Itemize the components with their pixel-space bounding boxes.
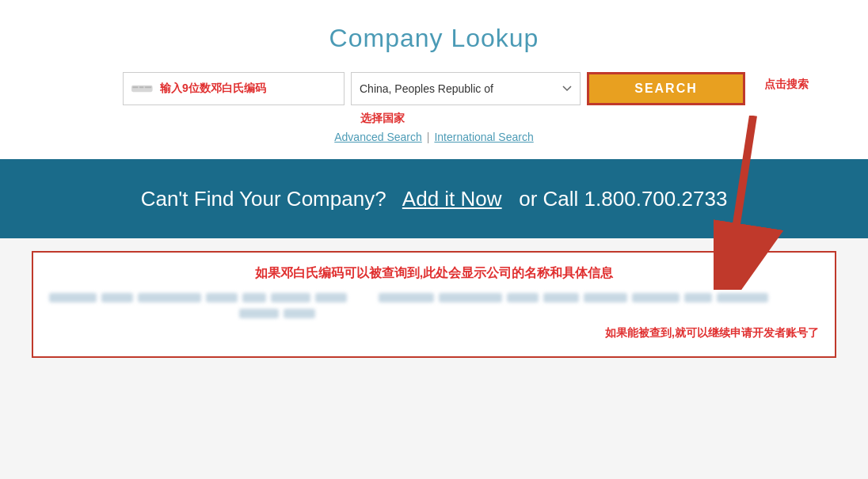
top-section: Company Lookup 输入9位数邓白氏编码 China, Peoples… <box>0 0 868 159</box>
banner-text-before: Can't Find Your Company? <box>141 187 386 211</box>
blur-pill <box>239 309 279 318</box>
svg-rect-1 <box>132 86 138 88</box>
svg-rect-2 <box>139 86 144 88</box>
blurred-block-left <box>49 293 347 302</box>
advanced-search-link[interactable]: Advanced Search <box>334 131 422 143</box>
blur-pill <box>584 293 627 302</box>
blurred-block-center <box>239 309 315 318</box>
blur-pill <box>684 293 712 302</box>
duns-input-wrapper: 输入9位数邓白氏编码 <box>123 72 345 105</box>
country-annotation: 选择国家 <box>360 112 405 126</box>
blur-pill <box>507 293 539 302</box>
blur-pill <box>284 309 315 318</box>
blurred-data-row-1 <box>49 293 819 302</box>
arrow-graphic <box>714 116 793 293</box>
link-separator: | <box>427 131 430 143</box>
blur-pill <box>138 293 201 302</box>
search-button[interactable]: SEARCH <box>587 72 745 105</box>
blur-pill <box>717 293 768 302</box>
blur-pill <box>49 293 97 302</box>
blur-pill <box>315 293 347 302</box>
page-title: Company Lookup <box>16 24 852 53</box>
blurred-data-row-2 <box>239 309 819 318</box>
svg-line-5 <box>729 116 753 270</box>
blur-pill <box>632 293 680 302</box>
results-title: 如果邓白氏编码可以被查询到,此处会显示公司的名称和具体信息 <box>49 265 819 282</box>
add-it-now-link[interactable]: Add it Now <box>402 187 502 211</box>
success-hint: 如果能被查到,就可以继续申请开发者账号了 <box>49 326 819 340</box>
svg-rect-3 <box>145 86 151 88</box>
duns-hint-label: 输入9位数邓白氏编码 <box>160 82 266 96</box>
country-select[interactable]: China, Peoples Republic of United States… <box>351 72 581 105</box>
international-search-link[interactable]: International Search <box>434 131 533 143</box>
blur-pill <box>543 293 579 302</box>
click-annotation: 点击搜索 <box>764 78 809 90</box>
search-row: 输入9位数邓白氏编码 China, Peoples Republic of Un… <box>123 72 745 105</box>
blur-pill <box>206 293 238 302</box>
blur-pill <box>242 293 266 302</box>
svg-rect-0 <box>131 86 153 92</box>
blur-pill <box>101 293 133 302</box>
blurred-block-right <box>379 293 768 302</box>
blur-pill <box>271 293 310 302</box>
blur-pill <box>379 293 434 302</box>
duns-icon <box>131 83 154 94</box>
blur-pill <box>439 293 502 302</box>
banner-text-after: or Call 1.800.700.2733 <box>519 187 727 211</box>
